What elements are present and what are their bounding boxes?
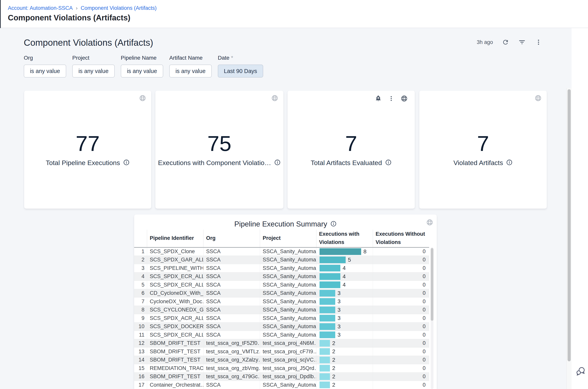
executions-without-violations-cell[interactable]: 0 <box>373 264 429 272</box>
executions-with-violations-cell[interactable]: 3 <box>316 314 373 323</box>
executions-without-violations-cell[interactable]: 0 <box>373 381 429 389</box>
org-cell[interactable]: test_ssca_org_XZalzy… <box>203 356 260 364</box>
project-cell[interactable]: SSCA_Sanity_Automa… <box>260 297 316 306</box>
project-cell[interactable]: SSCA_Sanity_Automa… <box>260 256 316 264</box>
org-cell[interactable]: SSCA <box>203 264 260 272</box>
org-cell[interactable]: test_ssca_org_VMTLz… <box>203 347 260 356</box>
org-cell[interactable]: SSCA <box>203 314 260 323</box>
pipeline-identifier-cell[interactable]: SBOM_DRIFT_TEST <box>147 339 203 348</box>
executions-with-violations-cell[interactable]: 2 <box>316 339 373 348</box>
info-icon[interactable] <box>506 159 513 166</box>
org-cell[interactable]: SSCA <box>203 297 260 306</box>
executions-with-violations-cell[interactable]: 2 <box>316 356 373 364</box>
pipeline-identifier-cell[interactable]: Container_Orchestrat… <box>147 381 203 389</box>
pipeline-identifier-cell[interactable]: SCS_SPDX_GAR_ALL… <box>147 256 203 264</box>
executions-without-violations-cell[interactable]: 0 <box>373 364 429 373</box>
executions-with-violations-cell[interactable]: 3 <box>316 323 373 331</box>
pipeline-identifier-cell[interactable]: SCS_SPDX_ECR_ALL_… <box>147 281 203 289</box>
column-header-pipeline-identifier[interactable]: Pipeline Identifier <box>147 230 203 247</box>
column-header-executions-with[interactable]: Executions with Violations <box>316 230 373 247</box>
org-cell[interactable]: SSCA <box>203 281 260 289</box>
org-cell[interactable]: SSCA <box>203 331 260 339</box>
pipeline-identifier-cell[interactable]: SCS_PIPELINE_WITH… <box>147 264 203 272</box>
executions-without-violations-cell[interactable]: 0 <box>373 289 429 297</box>
executions-without-violations-cell[interactable]: 0 <box>373 314 429 323</box>
executions-without-violations-cell[interactable]: 0 <box>373 306 429 314</box>
pipeline-identifier-cell[interactable]: REMEDIATION_TRAC… <box>147 364 203 373</box>
executions-with-violations-cell[interactable]: 2 <box>316 381 373 389</box>
project-cell[interactable]: SSCA_Sanity_Automa… <box>260 314 316 323</box>
info-icon[interactable] <box>123 159 130 166</box>
project-cell[interactable]: test_ssca_proj_4N6M… <box>260 339 316 348</box>
executions-with-violations-cell[interactable]: 3 <box>316 331 373 339</box>
executions-with-violations-cell[interactable]: 8 <box>316 247 373 256</box>
org-cell[interactable]: test_ssca_org_479Gc… <box>203 373 260 381</box>
table-scrollbar-thumb[interactable] <box>431 248 433 321</box>
pipeline-identifier-cell[interactable]: SCS_SPDX_ACR_ALL… <box>147 314 203 323</box>
pipeline-identifier-cell[interactable]: SCS_SPDX_DOCKER_… <box>147 323 203 331</box>
executions-with-violations-cell[interactable]: 5 <box>316 256 373 264</box>
pipeline-identifier-cell[interactable]: SCS_SPDX_ECR_ALL_… <box>147 331 203 339</box>
project-cell[interactable]: SSCA_Sanity_Automa… <box>260 272 316 281</box>
org-cell[interactable]: SSCA <box>203 247 260 256</box>
org-cell[interactable]: SSCA <box>203 272 260 281</box>
executions-without-violations-cell[interactable]: 0 <box>373 272 429 281</box>
column-header-org[interactable]: Org <box>203 230 260 247</box>
page-scrollbar-thumb[interactable] <box>568 89 571 361</box>
executions-with-violations-cell[interactable]: 4 <box>316 272 373 281</box>
executions-with-violations-cell[interactable]: 3 <box>316 289 373 297</box>
executions-without-violations-cell[interactable]: 0 <box>373 373 429 381</box>
project-cell[interactable]: SSCA_Sanity_Automa… <box>260 331 316 339</box>
org-cell[interactable]: test_ssca_org_tF5Zf0… <box>203 339 260 348</box>
org-cell[interactable]: SSCA <box>203 381 260 389</box>
project-cell[interactable]: SSCA_Sanity_Automa… <box>260 289 316 297</box>
pipeline-identifier-cell[interactable]: SBOM_DRIFT_TEST <box>147 347 203 356</box>
executions-with-violations-cell[interactable]: 4 <box>316 281 373 289</box>
executions-without-violations-cell[interactable]: 0 <box>373 347 429 356</box>
org-cell[interactable]: test_ssca_org_zbVmg… <box>203 364 260 373</box>
executions-without-violations-cell[interactable]: 0 <box>373 297 429 306</box>
pipeline-identifier-cell[interactable]: SBOM_DRIFT_TEST <box>147 373 203 381</box>
executions-without-violations-cell[interactable]: 0 <box>373 256 429 264</box>
breadcrumb-page-link[interactable]: Component Violations (Artifacts) <box>81 5 157 11</box>
project-cell[interactable]: test_ssca_proj_scjVC… <box>260 356 316 364</box>
executions-with-violations-cell[interactable]: 3 <box>316 297 373 306</box>
executions-with-violations-cell[interactable]: 3 <box>316 306 373 314</box>
project-cell[interactable]: SSCA_Sanity_Automa… <box>260 264 316 272</box>
pipeline-identifier-cell[interactable]: CycloneDX_With_Doc… <box>147 297 203 306</box>
org-cell[interactable]: SSCA <box>203 256 260 264</box>
pipeline-identifier-cell[interactable]: SCS_SPDX_Clone <box>147 247 203 256</box>
executions-with-violations-cell[interactable]: 4 <box>316 264 373 272</box>
project-cell[interactable]: SSCA_Sanity_Automa… <box>260 247 316 256</box>
breadcrumb-account-link[interactable]: Account: Automation-SSCA <box>8 5 73 11</box>
dashboard-menu-button[interactable] <box>535 38 542 46</box>
filter-value-chip-org[interactable]: is any value <box>24 65 66 77</box>
executions-without-violations-cell[interactable]: 0 <box>373 356 429 364</box>
org-cell[interactable]: SSCA <box>203 306 260 314</box>
executions-without-violations-cell[interactable]: 0 <box>373 331 429 339</box>
pipeline-identifier-cell[interactable]: CD_CycloneDX_With_… <box>147 289 203 297</box>
dashboard-filters-button[interactable] <box>518 38 526 46</box>
info-icon[interactable] <box>274 159 281 166</box>
executions-with-violations-cell[interactable]: 2 <box>316 373 373 381</box>
pipeline-identifier-cell[interactable]: SBOM_DRIFT_TEST <box>147 356 203 364</box>
project-cell[interactable]: SSCA_Sanity_Automa… <box>260 281 316 289</box>
executions-with-violations-cell[interactable]: 2 <box>316 364 373 373</box>
filter-value-chip-date[interactable]: Last 90 Days <box>218 65 263 77</box>
org-cell[interactable]: SSCA <box>203 289 260 297</box>
project-cell[interactable]: SSCA_Sanity_Automa… <box>260 306 316 314</box>
column-header-project[interactable]: Project <box>260 230 316 247</box>
executions-without-violations-cell[interactable]: 0 <box>373 323 429 331</box>
pipeline-identifier-cell[interactable]: SCS_SPDX_ECR_ALL_… <box>147 272 203 281</box>
filter-value-chip-artifact-name[interactable]: is any value <box>169 65 212 77</box>
filter-value-chip-project[interactable]: is any value <box>72 65 115 77</box>
org-cell[interactable]: SSCA <box>203 323 260 331</box>
executions-with-violations-cell[interactable]: 2 <box>316 347 373 356</box>
executions-without-violations-cell[interactable]: 0 <box>373 247 429 256</box>
executions-without-violations-cell[interactable]: 0 <box>373 339 429 348</box>
project-cell[interactable]: test_ssca_proj_cF7I9… <box>260 347 316 356</box>
project-cell[interactable]: SSCA_Sanity_Automa… <box>260 381 316 389</box>
chat-help-icon[interactable] <box>575 366 586 376</box>
project-cell[interactable]: test_ssca_proj_Dpdlb… <box>260 373 316 381</box>
info-icon[interactable] <box>330 221 337 228</box>
